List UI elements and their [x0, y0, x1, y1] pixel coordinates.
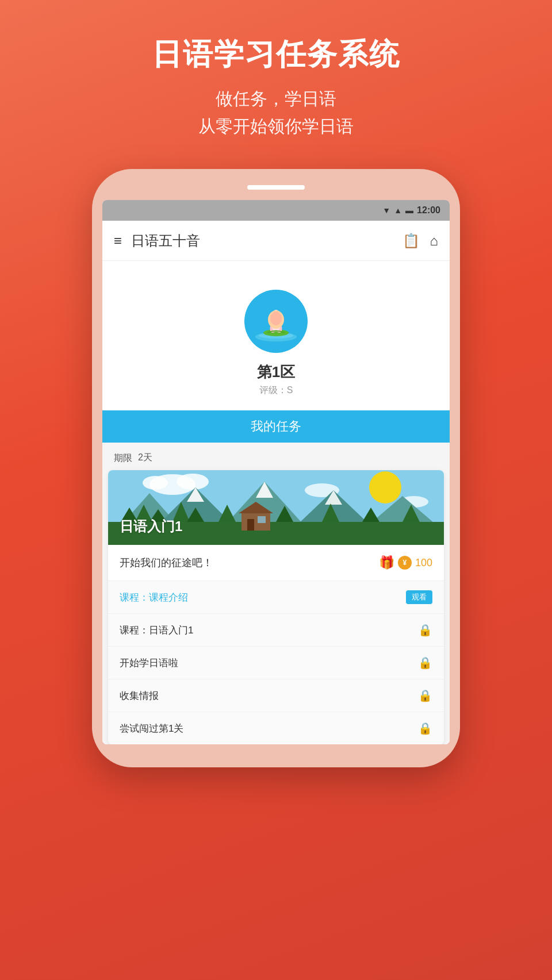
home-icon[interactable]: ⌂: [430, 233, 439, 249]
my-tasks-banner[interactable]: 我的任务: [102, 410, 450, 443]
status-icons: ▼ ▲ ▬ 12:00: [382, 205, 440, 216]
gift-icon: 🎁: [379, 555, 394, 570]
period-value: 2天: [138, 452, 152, 464]
reward-area: 🎁 ¥ 100: [379, 555, 432, 570]
zone-title: 第1区: [257, 362, 295, 382]
app-bar-actions: 📋 ⌂: [402, 233, 439, 249]
svg-point-11: [177, 474, 209, 490]
svg-point-9: [369, 471, 401, 504]
lock-icon-1: 🔒: [418, 623, 432, 637]
calendar-icon[interactable]: 📋: [402, 233, 420, 249]
avatar: [244, 290, 308, 353]
lock-icon-4: 🔒: [418, 721, 432, 735]
period-label: 期限: [114, 452, 132, 464]
avatar-illustration: [250, 295, 302, 347]
app-bar-title: 日语五十音: [131, 232, 402, 250]
mountain-banner: 日语入门1: [108, 470, 444, 545]
menu-icon[interactable]: ≡: [114, 233, 122, 249]
phone-mockup: ▼ ▲ ▬ 12:00 ≡ 日语五十音 📋 ⌂: [92, 169, 460, 767]
course-name-overlay: 日语入门1: [120, 517, 182, 536]
task-area: 期限 2天: [102, 443, 450, 744]
zone-rating: 评级：S: [259, 385, 293, 397]
header-section: 日语学习任务系统 做任务，学日语 从零开始领你学日语: [152, 34, 400, 140]
phone-speaker: [247, 185, 305, 190]
list-item: 尝试闯过第1关 🔒: [108, 712, 444, 744]
lesson-title-4: 尝试闯过第1关: [120, 722, 183, 735]
lesson-title-0: 课程：课程介绍: [120, 591, 188, 604]
list-item[interactable]: 课程：课程介绍 观看: [108, 581, 444, 614]
battery-icon: ▬: [405, 206, 413, 215]
task-desc-text: 开始我们的征途吧！: [120, 556, 213, 570]
svg-rect-36: [247, 519, 254, 531]
lock-icon-3: 🔒: [418, 689, 432, 702]
lesson-title-1: 课程：日语入门1: [120, 624, 193, 637]
svg-point-7: [270, 312, 282, 325]
lesson-list: 课程：课程介绍 观看 课程：日语入门1 🔒 开始学日语啦 🔒 收集情报: [108, 581, 444, 744]
content-area: 第1区 评级：S 我的任务 期限 2天: [102, 261, 450, 744]
lock-icon-2: 🔒: [418, 656, 432, 670]
task-meta: 期限 2天: [102, 443, 450, 464]
list-item: 收集情报 🔒: [108, 679, 444, 712]
wifi-icon: ▼: [382, 206, 390, 215]
status-bar: ▼ ▲ ▬ 12:00: [102, 200, 450, 221]
phone-screen: ▼ ▲ ▬ 12:00 ≡ 日语五十音 📋 ⌂: [102, 200, 450, 744]
avatar-section: 第1区 评级：S: [102, 278, 450, 410]
watch-badge-0[interactable]: 观看: [406, 590, 432, 604]
svg-rect-34: [241, 513, 270, 531]
app-subtitle: 做任务，学日语 从零开始领你学日语: [152, 85, 400, 140]
reward-amount: 100: [415, 557, 432, 569]
list-item: 开始学日语啦 🔒: [108, 647, 444, 679]
signal-icon: ▲: [394, 206, 402, 215]
coin-icon: ¥: [398, 556, 412, 570]
task-description: 开始我们的征途吧！ 🎁 ¥ 100: [108, 545, 444, 581]
lesson-title-3: 收集情报: [120, 689, 159, 702]
svg-point-12: [143, 476, 168, 490]
app-bar: ≡ 日语五十音 📋 ⌂: [102, 221, 450, 261]
status-time: 12:00: [417, 205, 440, 216]
list-item: 课程：日语入门1 🔒: [108, 614, 444, 647]
task-card: 日语入门1 开始我们的征途吧！ 🎁 ¥ 100: [108, 470, 444, 744]
svg-rect-37: [258, 516, 266, 523]
lesson-title-2: 开始学日语啦: [120, 656, 178, 670]
app-main-title: 日语学习任务系统: [152, 34, 400, 75]
